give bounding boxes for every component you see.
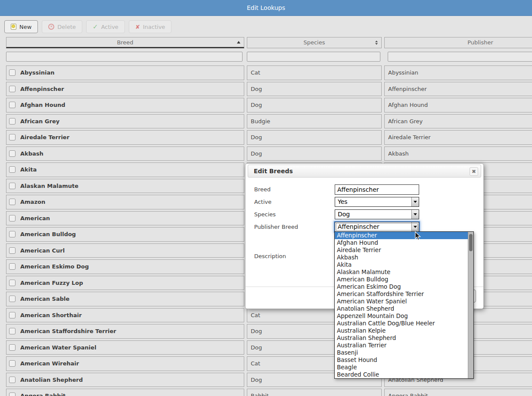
dropdown-option[interactable]: Akbash	[335, 254, 468, 261]
breed-cell[interactable]: American Bulldog	[6, 227, 244, 242]
column-header-breed[interactable]: Breed	[6, 37, 244, 48]
dropdown-arrow-icon[interactable]	[411, 222, 419, 231]
species-select[interactable]: Dog	[335, 209, 419, 219]
dropdown-option[interactable]: Basenji	[335, 349, 468, 356]
dropdown-option[interactable]: Basset Hound	[335, 356, 468, 364]
column-header-species[interactable]: Species	[247, 37, 382, 48]
breed-cell[interactable]: Abyssinian	[6, 65, 244, 80]
breed-cell[interactable]: Alaskan Malamute	[6, 179, 244, 193]
dropdown-scrollbar[interactable]	[468, 232, 473, 378]
table-row[interactable]: Angora Rabbit Rabbit Angora Rabbit	[6, 389, 532, 396]
species-cell[interactable]: Dog	[247, 82, 382, 97]
breed-cell[interactable]: American Eskimo Dog	[6, 259, 244, 274]
row-checkbox[interactable]	[9, 69, 16, 76]
dropdown-scrollbar-thumb[interactable]	[469, 234, 473, 251]
dropdown-option[interactable]: Affenpinscher	[335, 232, 468, 239]
dropdown-option[interactable]: Anatolian Shepherd	[335, 305, 468, 312]
dropdown-option[interactable]: Australian Cattle Dog/Blue Heeler	[335, 320, 468, 327]
publisher-cell[interactable]: Airedale Terrier	[384, 130, 532, 145]
row-checkbox[interactable]	[9, 102, 16, 108]
breed-cell[interactable]: American Staffordshire Terrier	[6, 324, 244, 339]
column-header-publisher[interactable]: Publisher	[384, 37, 532, 48]
delete-button[interactable]: ✕ Delete	[42, 20, 82, 33]
dropdown-option[interactable]: Australian Kelpie	[335, 327, 468, 334]
row-checkbox[interactable]	[9, 296, 16, 302]
dropdown-option[interactable]: American Bulldog	[335, 276, 468, 283]
dropdown-option[interactable]: Beagle	[335, 364, 468, 371]
row-checkbox[interactable]	[9, 118, 16, 125]
dropdown-option[interactable]: Alaskan Malamute	[335, 268, 468, 276]
row-checkbox[interactable]	[9, 344, 16, 351]
breed-cell[interactable]: Afghan Hound	[6, 98, 244, 112]
row-checkbox[interactable]	[9, 134, 16, 140]
publisher-cell[interactable]: Angora Rabbit	[384, 389, 532, 396]
publisher-breed-select[interactable]: Affenpinscher	[335, 222, 419, 232]
row-checkbox[interactable]	[9, 247, 16, 254]
table-row[interactable]: African Grey Budgie African Grey	[6, 114, 532, 129]
row-checkbox[interactable]	[9, 166, 16, 173]
row-checkbox[interactable]	[9, 231, 16, 237]
row-checkbox[interactable]	[9, 377, 16, 383]
row-checkbox[interactable]	[9, 328, 16, 334]
table-row[interactable]: Airedale Terrier Dog Airedale Terrier	[6, 130, 532, 145]
table-row[interactable]: Abyssinian Cat Abyssinian	[6, 65, 532, 80]
species-cell[interactable]: Dog	[247, 147, 382, 161]
table-row[interactable]: Afghan Hound Dog Afghan Hound	[6, 98, 532, 112]
breed-cell[interactable]: Angora Rabbit	[6, 389, 244, 396]
breed-input[interactable]	[335, 184, 419, 195]
species-cell[interactable]: Rabbit	[247, 389, 382, 396]
dropdown-option[interactable]: Airedale Terrier	[335, 246, 468, 254]
breed-cell[interactable]: American Sable	[6, 292, 244, 306]
row-checkbox[interactable]	[9, 150, 16, 157]
row-checkbox[interactable]	[9, 393, 16, 396]
breed-cell[interactable]: African Grey	[6, 114, 244, 129]
table-row[interactable]: Affenpinscher Dog Affenpinscher	[6, 82, 532, 97]
species-cell[interactable]: Cat	[247, 65, 382, 80]
table-row[interactable]: Akbash Dog Akbash	[6, 147, 532, 161]
dialog-titlebar[interactable]: Edit Breeds ✖	[248, 165, 481, 178]
breed-cell[interactable]: Akita	[6, 162, 244, 177]
publisher-cell[interactable]: Abyssinian	[384, 65, 532, 80]
row-checkbox[interactable]	[9, 280, 16, 286]
publisher-cell[interactable]: Akbash	[384, 147, 532, 161]
dropdown-option[interactable]: Australian Terrier	[335, 342, 468, 349]
publisher-filter-input[interactable]	[388, 52, 532, 62]
row-checkbox[interactable]	[9, 312, 16, 318]
dropdown-option[interactable]: American Eskimo Dog	[335, 283, 468, 290]
dropdown-arrow-icon[interactable]	[411, 197, 419, 206]
dropdown-option[interactable]: Akita	[335, 261, 468, 268]
breed-cell[interactable]: American Fuzzy Lop	[6, 276, 244, 290]
dropdown-option[interactable]: Australian Shepherd	[335, 334, 468, 342]
row-checkbox[interactable]	[9, 360, 16, 367]
row-checkbox[interactable]	[9, 215, 16, 221]
breed-cell[interactable]: American	[6, 211, 244, 226]
new-button[interactable]: New	[4, 20, 38, 33]
publisher-cell[interactable]: Affenpinscher	[384, 82, 532, 97]
inactive-button[interactable]: ✘ Inactive	[129, 20, 172, 33]
species-cell[interactable]: Dog	[247, 98, 382, 112]
breed-cell[interactable]: Airedale Terrier	[6, 130, 244, 145]
close-icon[interactable]: ✖	[470, 167, 478, 176]
dropdown-option[interactable]: Appenzell Mountain Dog	[335, 312, 468, 320]
publisher-cell[interactable]: Afghan Hound	[384, 98, 532, 112]
dropdown-option[interactable]: Bearded Collie	[335, 371, 468, 378]
active-select[interactable]: Yes	[335, 197, 419, 207]
breed-cell[interactable]: Anatolian Shepherd	[6, 373, 244, 387]
breed-cell[interactable]: American Curl	[6, 243, 244, 258]
active-button[interactable]: ✓ Active	[86, 20, 125, 33]
breed-cell[interactable]: Affenpinscher	[6, 82, 244, 97]
breed-cell[interactable]: American Shorthair	[6, 308, 244, 323]
row-checkbox[interactable]	[9, 86, 16, 92]
row-checkbox[interactable]	[9, 199, 16, 205]
species-cell[interactable]: Budgie	[247, 114, 382, 129]
species-cell[interactable]: Dog	[247, 130, 382, 145]
dropdown-option[interactable]: Afghan Hound	[335, 239, 468, 246]
dropdown-option[interactable]: American Water Spaniel	[335, 298, 468, 305]
breed-cell[interactable]: American Water Spaniel	[6, 340, 244, 355]
breed-cell[interactable]: Amazon	[6, 195, 244, 209]
breed-filter-input[interactable]	[6, 52, 243, 62]
row-checkbox[interactable]	[9, 263, 16, 270]
breed-cell[interactable]: Akbash	[6, 147, 244, 161]
dropdown-arrow-icon[interactable]	[411, 210, 419, 219]
breed-cell[interactable]: American Wirehair	[6, 356, 244, 371]
